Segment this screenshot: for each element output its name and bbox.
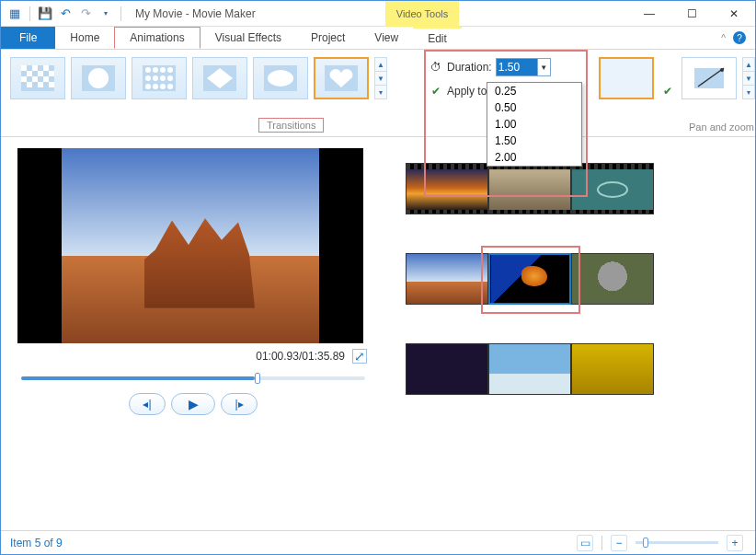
help-icon[interactable]: ? <box>733 31 746 44</box>
tab-home[interactable]: Home <box>55 27 114 49</box>
app-icon[interactable]: ▦ <box>6 6 23 22</box>
collapse-ribbon-icon[interactable]: ^ <box>721 33 726 43</box>
time-display: 01:00.93/01:35.89 <box>256 350 345 363</box>
svg-rect-1 <box>21 65 27 71</box>
gallery-more-icon[interactable]: ▾ <box>375 85 386 98</box>
clip-7[interactable] <box>406 343 488 395</box>
title-bar: ▦ 💾 ↶ ↷ ▾ My Movie - Movie Maker Video T… <box>1 1 755 27</box>
clip-4[interactable] <box>406 253 488 305</box>
svg-point-24 <box>145 84 151 89</box>
svg-point-21 <box>153 75 158 81</box>
duration-combo[interactable]: ▼ <box>496 58 551 76</box>
playhead-icon[interactable] <box>489 253 491 305</box>
play-button[interactable]: ▶ <box>171 393 215 415</box>
clip-6[interactable] <box>571 253 654 305</box>
svg-point-25 <box>153 84 158 89</box>
prev-frame-button[interactable]: ◂| <box>129 393 166 415</box>
clip-9[interactable] <box>571 343 654 395</box>
duration-input[interactable] <box>497 59 537 75</box>
svg-rect-7 <box>21 76 27 82</box>
next-frame-button[interactable]: |▸ <box>221 393 258 415</box>
tab-animations[interactable]: Animations <box>114 27 200 49</box>
panzoom-scroll[interactable]: ▲▼▾ <box>742 57 755 99</box>
transitions-group-label: Transitions <box>258 118 324 133</box>
transition-diamond[interactable] <box>192 57 247 99</box>
svg-rect-9 <box>43 76 49 82</box>
save-icon[interactable]: 💾 <box>37 6 53 22</box>
transition-circle[interactable] <box>71 57 126 99</box>
zoom-slider[interactable] <box>636 541 718 544</box>
svg-point-26 <box>160 84 166 89</box>
qat-dropdown-icon[interactable]: ▾ <box>97 6 114 22</box>
svg-point-22 <box>160 75 166 81</box>
tab-view[interactable]: View <box>360 27 413 49</box>
contextual-tab-header: Video Tools <box>385 1 459 27</box>
quick-access-toolbar: ▦ 💾 ↶ ↷ ▾ <box>1 6 130 22</box>
zoom-out-button[interactable]: − <box>611 535 627 551</box>
tab-visual-effects[interactable]: Visual Effects <box>200 27 296 49</box>
svg-rect-12 <box>49 82 54 87</box>
storyboard-row <box>406 163 739 214</box>
status-item-text: Item 5 of 9 <box>10 537 63 549</box>
svg-rect-6 <box>49 71 54 76</box>
gallery-up-icon[interactable]: ▲ <box>375 58 386 71</box>
svg-rect-8 <box>32 76 38 82</box>
svg-rect-3 <box>43 65 49 71</box>
close-button[interactable]: ✕ <box>713 1 755 27</box>
transition-heart[interactable] <box>314 57 369 99</box>
transition-eye[interactable] <box>253 57 308 99</box>
fullscreen-icon[interactable]: ⤢ <box>352 349 367 364</box>
window-title: My Movie - Movie Maker <box>130 7 256 20</box>
panzoom-effect[interactable] <box>682 57 737 99</box>
view-mode-icon[interactable]: ▭ <box>577 535 593 551</box>
transition-checker[interactable] <box>10 57 65 99</box>
seek-thumb[interactable] <box>255 373 260 384</box>
duration-label: Duration: <box>447 61 492 74</box>
duration-dropdown-icon[interactable]: ▼ <box>537 59 550 75</box>
svg-point-20 <box>145 75 151 81</box>
undo-icon[interactable]: ↶ <box>57 6 74 22</box>
duration-option[interactable]: 0.25 <box>487 83 581 99</box>
content-area: 01:00.93/01:35.89 ⤢ ◂| ▶ |▸ <box>1 137 755 533</box>
window-controls: — ☐ ✕ <box>628 1 755 27</box>
svg-rect-2 <box>32 65 38 71</box>
panzoom-gallery: ✔ ▲▼▾ ✔ <box>599 57 756 99</box>
storyboard-row <box>406 343 739 395</box>
playback-controls: ◂| ▶ |▸ <box>17 393 369 415</box>
video-preview[interactable] <box>17 148 363 343</box>
clip-3[interactable] <box>571 163 654 214</box>
svg-rect-4 <box>27 71 32 76</box>
duration-option[interactable]: 0.50 <box>487 99 581 116</box>
tab-file[interactable]: File <box>1 27 55 49</box>
clip-8[interactable] <box>488 343 571 395</box>
zoom-in-button[interactable]: + <box>727 535 743 551</box>
apply-all-icon: ✔ <box>429 84 443 98</box>
maximize-button[interactable]: ☐ <box>670 1 713 27</box>
tab-project[interactable]: Project <box>296 27 360 49</box>
duration-option[interactable]: 1.00 <box>487 116 581 133</box>
svg-point-18 <box>160 67 166 73</box>
minimize-button[interactable]: — <box>628 1 670 27</box>
svg-point-35 <box>720 68 724 72</box>
gallery-scroll[interactable]: ▲▼▾ <box>374 57 387 99</box>
duration-icon: ⏱ <box>429 60 443 75</box>
panzoom-none[interactable] <box>599 57 654 99</box>
gallery-down-icon[interactable]: ▼ <box>375 71 386 85</box>
tab-edit[interactable]: Edit <box>413 27 462 49</box>
storyboard[interactable] <box>378 137 755 533</box>
ribbon: ▲▼▾ ⏱ Duration: ▼ ✔ Apply to all ✔ ▲▼▾ ✔… <box>1 50 755 137</box>
storyboard-row <box>406 253 739 305</box>
zoom-thumb[interactable] <box>643 538 648 548</box>
duration-dropdown-list[interactable]: 0.25 0.50 1.00 1.50 2.00 <box>487 82 582 167</box>
panzoom-apply-icon[interactable]: ✔ <box>663 85 676 98</box>
clip-1[interactable] <box>406 163 488 214</box>
duration-option[interactable]: 2.00 <box>487 149 581 166</box>
svg-point-14 <box>88 68 109 88</box>
svg-point-17 <box>153 67 158 73</box>
clip-5[interactable] <box>488 253 571 305</box>
seek-slider[interactable] <box>21 376 365 380</box>
redo-icon[interactable]: ↷ <box>77 6 94 22</box>
transition-circles[interactable] <box>132 57 187 99</box>
clip-2[interactable] <box>488 163 571 214</box>
duration-option[interactable]: 1.50 <box>487 133 581 149</box>
